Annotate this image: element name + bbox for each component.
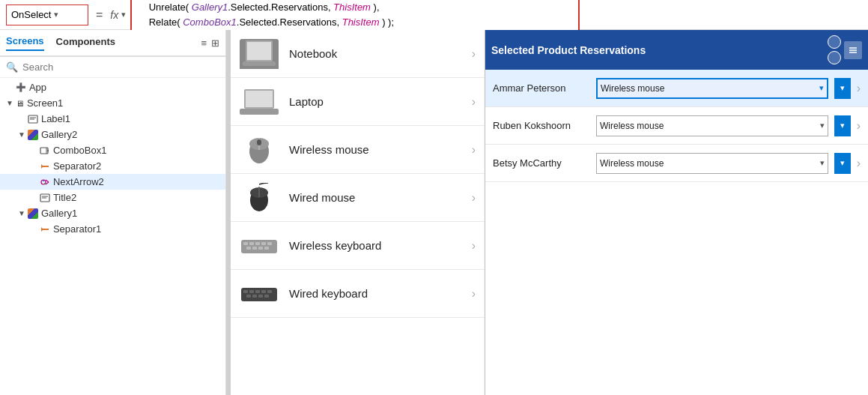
gallery-item-label-laptop: Laptop xyxy=(289,95,472,108)
top-bar: OnSelect ▾ = fx ▾ If( IsBlank( ComboBox1… xyxy=(0,0,868,30)
tree-label-nextarrow2: NextArrow2 xyxy=(53,176,104,187)
svg-rect-48 xyxy=(258,295,263,298)
tree-item-app[interactable]: ▼ ➕ App xyxy=(0,79,225,95)
reservations-controls xyxy=(828,35,862,64)
res-circle-top[interactable] xyxy=(828,35,841,49)
svg-rect-35 xyxy=(267,242,272,245)
gallery-item-wired-keyboard[interactable]: Wired keyboard › xyxy=(231,270,485,318)
dropdown-arrow-icon: ▾ xyxy=(820,121,825,130)
svg-rect-47 xyxy=(252,295,257,298)
onselect-dropdown[interactable]: OnSelect ▾ xyxy=(6,4,88,25)
tree-item-screen1[interactable]: ▼ 🖥 Screen1 xyxy=(0,95,225,111)
svg-rect-39 xyxy=(264,247,269,250)
tree-label-label1: Label1 xyxy=(41,113,70,124)
gallery-item-notebook[interactable]: Notebook › xyxy=(231,30,485,78)
svg-rect-32 xyxy=(249,242,254,245)
gallery-item-wireless-keyboard[interactable]: Wireless keyboard › xyxy=(231,222,485,270)
res-chevron-ammar[interactable]: › xyxy=(857,82,861,95)
svg-rect-38 xyxy=(258,247,263,250)
svg-line-9 xyxy=(46,182,49,184)
chevron-down-icon: ▾ xyxy=(54,10,58,19)
tree-label-gallery1: Gallery1 xyxy=(41,208,77,219)
res-dropdown-value-betsy: Wireless mouse xyxy=(600,158,664,169)
gallery-item-wired-mouse[interactable]: Wired mouse › xyxy=(231,174,485,222)
reservation-row-ammar[interactable]: Ammar Peterson Wireless mouse ▾ ▾ › xyxy=(485,70,868,107)
reservation-row-betsy[interactable]: Betsy McCarthy Wireless mouse ▾ ▾ › xyxy=(485,145,868,182)
res-dropdown-ruben[interactable]: Wireless mouse ▾ xyxy=(596,115,828,136)
fx-label: fx xyxy=(110,9,118,21)
svg-rect-31 xyxy=(243,242,248,245)
dropdown-arrow-icon: ▾ xyxy=(819,83,824,93)
tree-label-combobox1: ComboBox1 xyxy=(53,145,107,156)
product-image-wired-keyboard xyxy=(240,279,279,309)
tree-label-gallery2: Gallery2 xyxy=(41,129,77,140)
tree-item-separator2[interactable]: ▼ Separator2 xyxy=(0,158,225,174)
tree-item-gallery1[interactable]: ▼ Gallery1 xyxy=(0,205,225,221)
product-image-wired-mouse xyxy=(240,183,279,213)
search-input[interactable] xyxy=(22,61,219,73)
reservations-title: Selected Product Reservations xyxy=(491,44,646,56)
tree-item-gallery2[interactable]: ▼ Gallery2 xyxy=(0,127,225,142)
svg-rect-22 xyxy=(240,109,279,115)
svg-rect-34 xyxy=(261,242,266,245)
tree-area: ▼ ➕ App ▼ 🖥 Screen1 ▼ Label1 xyxy=(0,78,225,395)
center-gallery-panel: Notebook › Laptop › Wireless mouse › xyxy=(231,30,485,395)
tree-item-label1[interactable]: ▼ Label1 xyxy=(0,111,225,127)
gallery-item-label-wireless-keyboard: Wireless keyboard xyxy=(289,239,472,252)
res-name-ruben: Ruben Kokshoorn xyxy=(493,120,590,131)
tab-components[interactable]: Components xyxy=(56,36,115,50)
svg-rect-21 xyxy=(246,91,273,107)
svg-marker-16 xyxy=(41,227,43,232)
gallery-item-laptop[interactable]: Laptop › xyxy=(231,78,485,126)
equals-sign: = xyxy=(93,8,106,22)
tree-item-separator1[interactable]: ▼ Separator1 xyxy=(0,221,225,237)
product-image-notebook xyxy=(240,39,279,69)
svg-rect-42 xyxy=(249,290,254,293)
reservations-action-btn[interactable] xyxy=(844,41,862,59)
tree-item-title2[interactable]: ▼ Title2 xyxy=(0,190,225,205)
chevron-right-icon: › xyxy=(472,191,476,205)
dropdown-arrow-icon: ▾ xyxy=(820,158,825,168)
chevron-right-icon: › xyxy=(472,47,476,61)
tree-label-separator2: Separator2 xyxy=(53,160,101,172)
res-dd-btn-betsy[interactable]: ▾ xyxy=(834,153,851,174)
res-dd-btn-ammar[interactable]: ▾ xyxy=(834,78,851,99)
res-dropdown-ammar[interactable]: Wireless mouse ▾ xyxy=(596,78,828,99)
fx-chevron: ▾ xyxy=(121,10,126,19)
chevron-right-icon: › xyxy=(472,95,476,109)
svg-rect-36 xyxy=(246,247,251,250)
svg-point-10 xyxy=(43,180,44,181)
panel-icons: ≡ ⊞ xyxy=(201,37,219,49)
svg-rect-37 xyxy=(252,247,257,250)
product-image-wireless-keyboard xyxy=(240,231,279,261)
list-icon[interactable]: ≡ xyxy=(201,37,207,49)
tree-label-title2: Title2 xyxy=(53,192,76,203)
search-box: 🔍 xyxy=(0,57,225,78)
grid-icon[interactable]: ⊞ xyxy=(211,37,219,49)
res-dropdown-betsy[interactable]: Wireless mouse ▾ xyxy=(596,153,828,174)
dropdown-value: OnSelect xyxy=(11,9,51,20)
tree-item-nextarrow2[interactable]: ▼ NextArrow2 xyxy=(0,174,225,190)
tree-item-combobox1[interactable]: ▼ ComboBox1 xyxy=(0,142,225,158)
res-name-ammar: Ammar Peterson xyxy=(493,82,590,94)
tab-screens[interactable]: Screens xyxy=(6,35,44,51)
res-chevron-betsy[interactable]: › xyxy=(857,157,861,170)
gallery-item-label-wired-mouse: Wired mouse xyxy=(289,191,472,204)
res-dd-btn-ruben[interactable]: ▾ xyxy=(834,115,851,136)
left-panel: Screens Components ≡ ⊞ 🔍 ▼ ➕ App ▼ 🖥 xyxy=(0,30,226,395)
gallery-item-wireless-mouse[interactable]: Wireless mouse › xyxy=(231,126,485,174)
reservation-row-ruben[interactable]: Ruben Kokshoorn Wireless mouse ▾ ▾ › xyxy=(485,107,868,145)
product-image-laptop xyxy=(240,87,279,117)
svg-rect-45 xyxy=(267,290,272,293)
svg-point-26 xyxy=(257,139,261,145)
svg-point-11 xyxy=(44,183,46,184)
res-circle-bottom[interactable] xyxy=(828,51,841,64)
fx-area: fx ▾ xyxy=(110,9,126,21)
gallery-list: Notebook › Laptop › Wireless mouse › xyxy=(231,30,485,395)
reservations-header: Selected Product Reservations xyxy=(485,30,868,70)
product-image-wireless-mouse xyxy=(240,135,279,165)
svg-rect-41 xyxy=(243,290,248,293)
res-chevron-ruben[interactable]: › xyxy=(857,119,861,133)
panel-tabs: Screens Components ≡ ⊞ xyxy=(0,30,225,57)
svg-rect-43 xyxy=(255,290,260,293)
